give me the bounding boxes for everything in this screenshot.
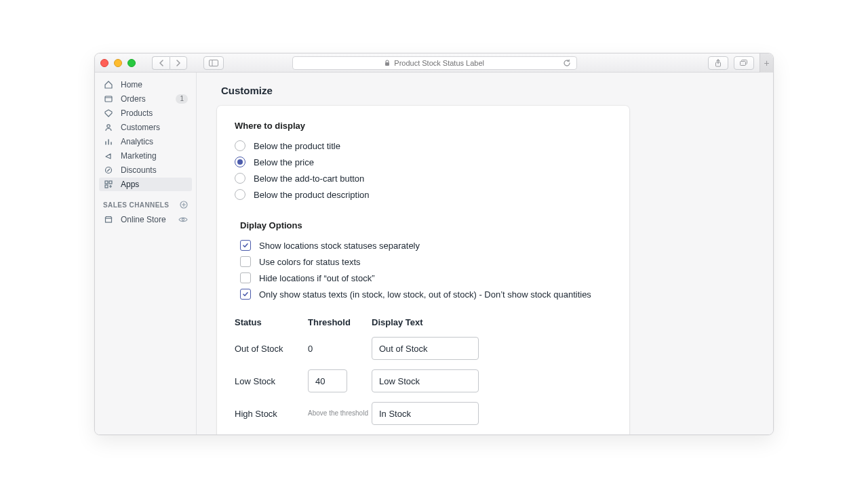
display-text-out-input[interactable]: [372, 337, 479, 360]
checkbox-input[interactable]: [240, 289, 251, 300]
checkbox-label: Only show status texts (in stock, low st…: [259, 289, 591, 300]
radio-input[interactable]: [235, 140, 245, 151]
sidebar-item-customers[interactable]: Customers: [99, 121, 192, 134]
radio-input[interactable]: [235, 189, 245, 200]
nav-back-forward: [152, 56, 187, 70]
store-icon: [103, 215, 114, 224]
th-display: Display Text: [372, 317, 480, 327]
radio-label: Below the product description: [254, 190, 370, 200]
radio-label: Below the add-to-cart button: [254, 174, 364, 184]
svg-point-7: [107, 125, 110, 127]
discounts-icon: [103, 165, 114, 175]
forward-button[interactable]: [170, 56, 187, 70]
tag-icon: [103, 108, 114, 118]
checkbox-input[interactable]: [240, 256, 251, 267]
settings-card: Where to display Below the product title…: [217, 106, 629, 434]
lock-icon: [384, 60, 390, 66]
radio-input[interactable]: [235, 157, 245, 167]
th-threshold: Threshold: [308, 317, 369, 327]
sidebar-item-label: Products: [121, 108, 153, 118]
checkbox-input[interactable]: [240, 272, 251, 283]
marketing-icon: [103, 151, 114, 161]
check-use-colors[interactable]: Use colors for status texts: [240, 253, 612, 270]
orders-badge: 1: [176, 94, 188, 104]
threshold-low-input[interactable]: [308, 369, 347, 392]
check-show-locations[interactable]: Show locations stock statuses separately: [240, 237, 612, 253]
th-status: Status: [235, 317, 305, 327]
sidebar-item-label: Discounts: [121, 165, 157, 175]
radio-label: Below the price: [254, 157, 314, 167]
sidebar-toggle-button[interactable]: [203, 56, 224, 70]
page-url-title: Product Stock Status Label: [394, 59, 484, 67]
radio-below-description[interactable]: Below the product description: [235, 186, 612, 203]
status-table: Status Threshold Display Text Out of Sto…: [235, 317, 612, 425]
analytics-icon: [103, 137, 114, 146]
check-hide-oos[interactable]: Hide locations if “out of stock”: [240, 270, 612, 286]
radio-label: Below the product title: [254, 141, 340, 151]
display-text-high-input[interactable]: [372, 402, 479, 425]
sidebar-item-discounts[interactable]: Discounts: [99, 163, 192, 177]
svg-rect-5: [740, 61, 745, 65]
sidebar-item-label: Orders: [121, 94, 146, 104]
browser-window: Product Stock Status Label + Home Ord: [94, 53, 774, 435]
new-tab-button[interactable]: +: [760, 54, 773, 73]
sidebar-item-products[interactable]: Products: [99, 106, 192, 120]
sidebar: Home Orders 1 Products Customers Analyti…: [95, 73, 197, 434]
radio-input[interactable]: [235, 173, 245, 184]
checkbox-label: Hide locations if “out of stock”: [259, 273, 375, 283]
svg-rect-6: [105, 96, 112, 102]
radio-below-add-to-cart[interactable]: Below the add-to-cart button: [235, 170, 612, 186]
sidebar-section-label: SALES CHANNELS: [103, 201, 169, 209]
reload-icon[interactable]: [563, 59, 571, 67]
svg-rect-2: [385, 62, 389, 66]
customers-icon: [103, 123, 114, 132]
sidebar-item-label: Online Store: [121, 215, 166, 224]
sidebar-item-orders[interactable]: Orders 1: [99, 92, 192, 106]
svg-point-14: [182, 218, 184, 220]
threshold-high-hint: Above the threshold: [308, 409, 369, 418]
sidebar-item-analytics[interactable]: Analytics: [99, 135, 192, 148]
view-store-icon[interactable]: [178, 216, 188, 223]
toolbar-right: +: [708, 56, 768, 70]
checkbox-label: Use colors for status texts: [259, 257, 361, 267]
checkbox-input[interactable]: [240, 240, 251, 251]
apps-icon: [103, 180, 114, 189]
address-bar[interactable]: Product Stock Status Label: [292, 56, 577, 70]
sidebar-item-label: Apps: [121, 180, 139, 189]
close-window-button[interactable]: [100, 59, 108, 67]
page-title: Customize: [221, 85, 753, 96]
share-button[interactable]: [708, 56, 728, 70]
sidebar-item-home[interactable]: Home: [99, 78, 192, 92]
add-channel-icon[interactable]: [180, 201, 188, 209]
sidebar-item-label: Customers: [121, 123, 160, 132]
checkbox-label: Show locations stock statuses separately: [259, 241, 420, 251]
radio-below-price[interactable]: Below the price: [235, 154, 612, 170]
tabs-button[interactable]: [734, 56, 754, 70]
traffic-lights: [100, 59, 136, 67]
sidebar-item-label: Analytics: [121, 137, 153, 146]
minimize-window-button[interactable]: [114, 59, 122, 67]
orders-icon: [103, 94, 114, 104]
check-only-status-texts[interactable]: Only show status texts (in stock, low st…: [240, 286, 612, 302]
sidebar-item-apps[interactable]: Apps: [99, 178, 192, 191]
status-label-out: Out of Stock: [235, 344, 305, 354]
svg-rect-10: [109, 181, 112, 184]
svg-rect-13: [106, 218, 112, 222]
svg-rect-9: [105, 181, 108, 184]
zoom-window-button[interactable]: [127, 59, 136, 67]
threshold-out: 0: [308, 344, 369, 354]
titlebar: Product Stock Status Label +: [95, 54, 773, 73]
sidebar-item-label: Home: [121, 80, 142, 89]
where-to-display-heading: Where to display: [235, 121, 612, 131]
sidebar-item-online-store[interactable]: Online Store: [99, 213, 192, 226]
display-options-heading: Diplay Options: [240, 220, 612, 230]
status-label-high: High Stock: [235, 409, 305, 419]
status-label-low: Low Stock: [235, 376, 305, 386]
sidebar-item-marketing[interactable]: Marketing: [99, 149, 192, 163]
sidebar-item-label: Marketing: [121, 151, 157, 161]
svg-rect-0: [210, 60, 218, 66]
display-text-low-input[interactable]: [372, 369, 479, 392]
radio-below-title[interactable]: Below the product title: [235, 138, 612, 154]
back-button[interactable]: [152, 56, 170, 70]
home-icon: [103, 80, 114, 89]
